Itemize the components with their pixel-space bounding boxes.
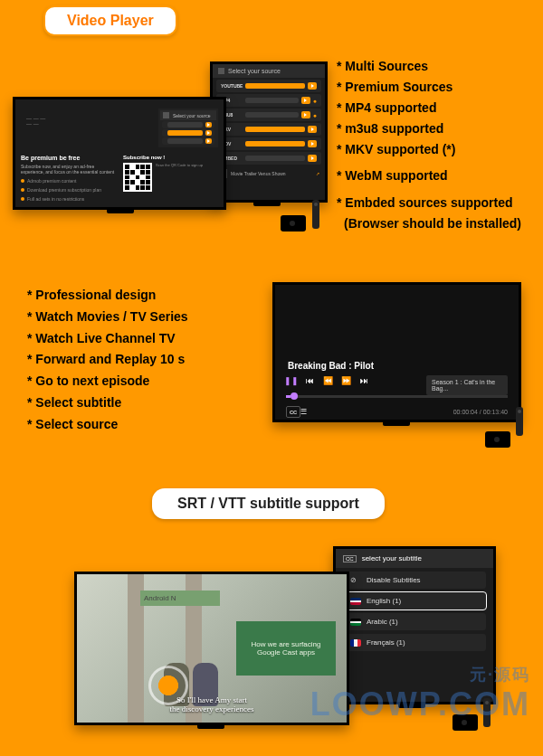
- play-icon[interactable]: [205, 138, 212, 144]
- watermark-en: LOOWP.COM: [310, 685, 530, 723]
- source-row[interactable]: EMBED: [216, 152, 321, 165]
- subscribe-title: Subscribe now !: [123, 155, 218, 160]
- play-icon[interactable]: [308, 126, 317, 133]
- features-right: * Multi Sources * Premium Sources * MP4 …: [337, 56, 530, 234]
- feature-item-sub: (Browser should be installed): [337, 213, 530, 234]
- source-row[interactable]: MP4●: [216, 94, 321, 107]
- play-icon[interactable]: [205, 122, 212, 128]
- premium-panel: Be premium be free Subscribe now, and en…: [21, 155, 218, 202]
- source-row[interactable]: [162, 129, 214, 137]
- tv-stand: [197, 725, 224, 729]
- movie-title-area: — — —— —: [26, 116, 45, 127]
- disable-icon: ⊘: [350, 576, 361, 584]
- appletv-box: [281, 215, 306, 232]
- section-title-subtitle: SRT / VTT subtitle support: [152, 488, 385, 519]
- caption-line: So I'll have Amy start: [77, 695, 347, 704]
- source-icon[interactable]: ☰: [300, 408, 307, 416]
- source-row[interactable]: MKV: [216, 123, 321, 136]
- video-frame: Android N How we are surfacing Google Ca…: [77, 574, 347, 723]
- source-row[interactable]: MOV: [216, 137, 321, 150]
- player-meta-row: cc ☰ 00:00:04 / 00:13:40: [286, 406, 508, 418]
- rewind-icon[interactable]: ⏪: [322, 375, 333, 386]
- source-bar: [167, 130, 203, 136]
- watermark: 元·源码 LOOWP.COM: [310, 664, 530, 723]
- sources-header: Select your source: [213, 64, 325, 78]
- progress-thumb[interactable]: [291, 392, 298, 400]
- tv-stand: [107, 210, 134, 213]
- play-icon[interactable]: [205, 130, 212, 136]
- forward-icon[interactable]: ⏩: [340, 375, 351, 386]
- progress-bar[interactable]: [286, 395, 508, 398]
- play-icon[interactable]: [308, 140, 317, 147]
- movie-trailer-label: Movie Trailer Venus Shown: [231, 171, 286, 176]
- source-bar: [167, 122, 203, 128]
- flag-icon-ar: [350, 619, 361, 626]
- time-display: 00:00:04 / 00:13:40: [453, 409, 508, 415]
- flag-icon-en: [350, 598, 361, 605]
- remote-control: [312, 200, 319, 229]
- flag-icon-fr: [350, 639, 361, 647]
- premium-option: Admob premium content: [21, 178, 116, 184]
- movie-trailer-row[interactable]: Movie Trailer Venus Shown ↗: [213, 166, 325, 181]
- premium-option: Download premium subscription plan: [21, 187, 116, 193]
- subscribe-blurb: Scan the QR Code to sign up: [156, 163, 218, 192]
- list-icon: [163, 112, 169, 118]
- feature-item: * Premium Sources: [337, 77, 530, 98]
- source-row[interactable]: YOUTUBE: [216, 80, 321, 92]
- section-title-video-player: Video Player: [43, 5, 177, 36]
- source-row[interactable]: [162, 121, 214, 128]
- watermark-logo: [148, 666, 188, 705]
- subtitle-option-label: Français (1): [367, 638, 405, 647]
- feature-item: * Forward and Replay 10 s: [27, 349, 272, 371]
- feature-item: * MKV supported (*): [337, 139, 530, 160]
- subtitle-option-french[interactable]: Français (1): [343, 634, 486, 651]
- qr-code: [123, 163, 152, 192]
- source-row[interactable]: M3U8●: [216, 109, 321, 121]
- tv-player: Breaking Bad : Pilot ❚❚ ⏮ ⏪ ⏩ ⏭ Season 1…: [272, 282, 521, 422]
- next-icon[interactable]: ⏭: [358, 375, 369, 386]
- scene-sign: Android N: [140, 591, 220, 606]
- season-selector[interactable]: Season 1 : Cat's in the Bag...: [426, 375, 508, 395]
- player-title: Breaking Bad : Pilot: [288, 361, 374, 371]
- feature-item: * Watch Live Channel TV: [27, 328, 272, 350]
- list-icon: [218, 68, 224, 74]
- feature-item: * MP4 supported: [337, 98, 530, 118]
- cc-button[interactable]: cc: [286, 406, 300, 418]
- tv-premium-panel: — — —— — Select your source Be premium b…: [13, 97, 226, 210]
- source-bar: [245, 141, 305, 146]
- remote-control: [516, 407, 523, 436]
- prev-icon[interactable]: ⏮: [304, 375, 315, 386]
- subtitle-option-disable[interactable]: ⊘ Disable Subtitles: [343, 572, 486, 589]
- tv-video-preview: Android N How we are surfacing Google Ca…: [74, 572, 349, 725]
- tv-stand: [383, 422, 410, 426]
- play-icon[interactable]: [308, 82, 317, 90]
- mini-sources-header: Select your source: [160, 110, 216, 120]
- feature-item: * Embded sources supported: [337, 193, 530, 213]
- feature-item: * Select subtitle: [27, 392, 272, 414]
- player-viewport[interactable]: Breaking Bad : Pilot ❚❚ ⏮ ⏪ ⏩ ⏭ Season 1…: [275, 285, 519, 420]
- play-icon[interactable]: [301, 111, 310, 118]
- subtitle-option-english[interactable]: English (1): [343, 592, 486, 610]
- mini-sources: Select your source: [158, 109, 218, 147]
- watermark-cn: 元·源码: [310, 664, 530, 685]
- subtitle-option-label: Disable Subtitles: [367, 576, 421, 584]
- player-controls: ❚❚ ⏮ ⏪ ⏩ ⏭: [286, 375, 369, 386]
- source-bar: [245, 98, 299, 103]
- premium-blurb: Subscribe now, and enjoy an ad-free expe…: [21, 164, 116, 175]
- tv-stand: [253, 203, 281, 206]
- feature-item: * Select source: [27, 414, 272, 436]
- pause-icon[interactable]: ❚❚: [286, 375, 297, 386]
- premium-title: Be premium be free: [21, 155, 116, 161]
- play-icon[interactable]: [308, 155, 317, 162]
- source-bar: [245, 112, 299, 118]
- source-bar: [245, 156, 305, 161]
- caption-line: the discovery experiences: [77, 704, 347, 713]
- source-row[interactable]: [162, 137, 214, 145]
- play-icon[interactable]: [301, 97, 310, 104]
- source-bar: [167, 138, 203, 144]
- video-caption: So I'll have Amy start the discovery exp…: [77, 695, 347, 713]
- feature-item: * Multi Sources: [337, 56, 530, 77]
- subtitle-option-arabic[interactable]: Arabic (1): [343, 613, 486, 630]
- lock-icon: ●: [313, 98, 317, 104]
- subtitle-option-label: English (1): [367, 597, 401, 605]
